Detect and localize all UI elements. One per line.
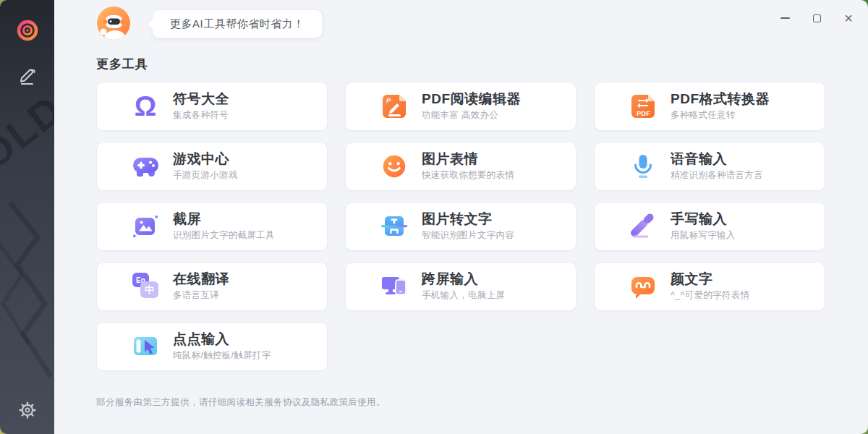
tool-subtitle: 用鼠标写字输入 [671,229,736,242]
tool-title: 语音输入 [671,151,763,167]
tool-subtitle: 功能丰富 高效办公 [422,109,521,122]
main-panel: × 更多AI工具帮 [54,0,868,434]
tool-title: PDF阅读编辑器 [422,91,521,107]
tool-card-image-emoji[interactable]: 图片表情 快速获取你想要的表情 [345,142,576,191]
tool-subtitle: 多语言互译 [173,289,229,302]
tool-subtitle: 精准识别各种语言方言 [671,169,763,182]
tool-card-symbols[interactable]: Ω 符号大全 集成各种符号 [96,82,328,131]
tool-card-kaomoji[interactable]: 颜文字 ^_^可爱的字符表情 [594,262,825,311]
tool-title: 颜文字 [671,271,749,287]
tool-card-pdf-converter[interactable]: PDF PDF格式转换器 多种格式任意转 [594,82,825,131]
tool-card-screenshot[interactable]: 截屏 识别图片文字的截屏工具 [96,202,328,251]
tool-card-image-to-text[interactable]: 图片转文字 智能识别图片文字内容 [345,202,576,251]
microphone-icon [628,151,658,182]
tool-title: 游戏中心 [173,151,238,167]
tool-card-pdf-editor[interactable]: P PDF阅读编辑器 功能丰富 高效办公 [345,82,576,131]
settings-gear-icon[interactable] [0,399,54,421]
close-button[interactable]: × [843,12,854,24]
tools-grid: Ω 符号大全 集成各种符号 P PDF阅读编辑器 [96,82,825,371]
smiley-icon [379,151,409,182]
window-controls: × [780,11,854,25]
tool-card-handwriting[interactable]: 手写输入 用鼠标写字输入 [594,202,825,251]
cross-screen-icon [379,271,409,302]
tool-subtitle: 纯鼠标/触控板/触屏打字 [173,349,271,362]
tool-subtitle: 集成各种符号 [173,109,229,122]
minimize-button[interactable] [780,12,790,24]
tool-title: 图片转文字 [422,211,514,227]
kaomoji-icon [628,271,658,302]
tool-subtitle: 识别图片文字的截屏工具 [173,229,275,242]
pdf-convert-icon: PDF [628,91,658,122]
tool-title: 截屏 [173,211,275,227]
tool-title: 手写输入 [671,211,736,227]
sidebar: OLD [0,0,54,434]
handwriting-icon [628,211,658,242]
tool-subtitle: 快速获取你想要的表情 [422,169,514,182]
maximize-icon [813,14,821,22]
svg-text:P: P [386,97,391,104]
translate-icon: En 中 [130,271,161,302]
tool-title: 点点输入 [173,331,271,347]
disclaimer-text: 部分服务由第三方提供，请仔细阅读相关服务协议及隐私政策后使用。 [96,396,386,409]
tool-subtitle: 手机输入，电脑上屏 [422,289,505,302]
tool-subtitle: ^_^可爱的字符表情 [671,289,749,302]
svg-text:PDF: PDF [637,109,650,117]
screenshot-icon [130,211,161,242]
tool-subtitle: 智能识别图片文字内容 [422,229,514,242]
tool-card-click-input[interactable]: 点点输入 纯鼠标/触控板/触屏打字 [96,322,328,371]
tool-card-game-center[interactable]: 游戏中心 手游页游小游戏 [96,142,328,191]
tool-subtitle: 多种格式任意转 [671,109,770,122]
tool-title: 跨屏输入 [422,271,505,287]
click-input-icon [130,331,161,362]
gamepad-icon [130,151,161,182]
app-window: OLD [0,0,868,434]
sidebar-watermark: OLD [0,85,54,179]
close-icon: × [844,11,853,25]
translate-zh-badge: 中 [140,281,158,298]
image-to-text-icon [379,211,409,242]
ai-tools-bubble[interactable]: 更多AI工具帮你省时省力！ [152,9,323,38]
tool-card-voice-input[interactable]: 语音输入 精准识别各种语言方言 [594,142,825,191]
tool-card-cross-screen[interactable]: 跨屏输入 手机输入，电脑上屏 [345,262,576,311]
tool-subtitle: 手游页游小游戏 [173,169,238,182]
minimize-icon [780,17,790,19]
omega-icon: Ω [130,91,161,122]
tool-title: PDF格式转换器 [671,91,770,107]
pdf-edit-icon: P [379,91,409,122]
pen-icon[interactable] [0,64,54,85]
tool-card-translate[interactable]: En 中 在线翻译 多语言互译 [96,262,328,311]
robot-mascot [96,6,131,41]
brand-logo[interactable] [0,18,54,43]
tool-title: 图片表情 [422,151,514,167]
page-title: 更多工具 [96,56,148,72]
maximize-button[interactable] [812,12,822,24]
tool-title: 在线翻译 [173,271,229,287]
tool-title: 符号大全 [173,91,229,107]
watermark-shape [0,195,54,398]
